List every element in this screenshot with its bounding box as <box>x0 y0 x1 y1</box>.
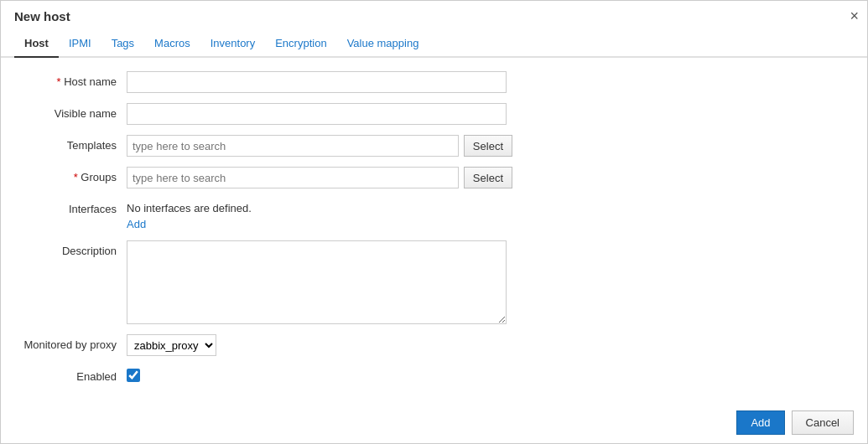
dialog-footer: Add Cancel <box>723 402 867 443</box>
dialog-title: New host <box>1 1 867 30</box>
proxy-control: zabbix_proxy <box>127 334 512 356</box>
tab-tags[interactable]: Tags <box>101 30 144 58</box>
visible-name-control <box>127 103 512 125</box>
groups-row: Groups Select <box>18 167 850 188</box>
visible-name-row: Visible name <box>18 103 850 125</box>
description-row: Description <box>18 240 850 324</box>
enabled-control <box>127 366 512 382</box>
templates-row: Templates Select <box>18 135 850 157</box>
interfaces-label: Interfaces <box>18 199 127 215</box>
tab-bar: Host IPMI Tags Macros Inventory Encrypti… <box>1 30 867 58</box>
interfaces-empty-text: No interfaces are defined. <box>127 199 252 214</box>
cancel-button[interactable]: Cancel <box>792 410 854 435</box>
enabled-checkbox[interactable] <box>127 369 140 382</box>
templates-label: Templates <box>18 135 127 152</box>
interfaces-add-link[interactable]: Add <box>127 218 252 230</box>
description-textarea[interactable] <box>127 240 507 324</box>
host-name-row: Host name <box>18 71 850 93</box>
tab-encryption[interactable]: Encryption <box>265 30 336 58</box>
tab-ipmi[interactable]: IPMI <box>59 30 101 58</box>
visible-name-input[interactable] <box>127 103 507 125</box>
enabled-checkbox-wrap <box>127 366 140 382</box>
proxy-row: Monitored by proxy zabbix_proxy <box>18 334 850 356</box>
templates-select-button[interactable]: Select <box>464 135 512 157</box>
host-name-input[interactable] <box>127 71 507 93</box>
groups-select-button[interactable]: Select <box>464 167 512 188</box>
host-name-control <box>127 71 512 93</box>
tab-inventory[interactable]: Inventory <box>200 30 265 58</box>
tab-host[interactable]: Host <box>14 30 59 58</box>
templates-search-input[interactable] <box>127 135 459 157</box>
proxy-select[interactable]: zabbix_proxy <box>127 334 216 356</box>
close-button[interactable]: × <box>850 8 859 25</box>
tab-macros[interactable]: Macros <box>144 30 200 58</box>
visible-name-label: Visible name <box>18 103 127 120</box>
interfaces-row: Interfaces No interfaces are defined. Ad… <box>18 199 850 230</box>
interfaces-col: No interfaces are defined. Add <box>127 199 252 230</box>
groups-search-input[interactable] <box>127 167 459 188</box>
host-name-label: Host name <box>18 71 127 88</box>
proxy-label: Monitored by proxy <box>18 334 127 351</box>
new-host-dialog: New host × Host IPMI Tags Macros Invento… <box>0 0 868 444</box>
description-label: Description <box>18 240 127 257</box>
description-control <box>127 240 512 324</box>
groups-control: Select <box>127 167 512 188</box>
templates-control: Select <box>127 135 512 157</box>
tab-value-mapping[interactable]: Value mapping <box>337 30 429 58</box>
add-button[interactable]: Add <box>736 410 784 435</box>
form-body: Host name Visible name Templates Select … <box>1 58 867 406</box>
enabled-label: Enabled <box>18 366 127 383</box>
enabled-row: Enabled <box>18 366 850 383</box>
groups-label: Groups <box>18 167 127 183</box>
